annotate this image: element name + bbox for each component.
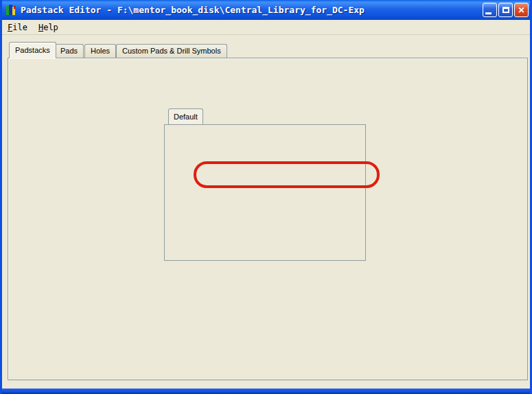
close-icon: ✕ [518,5,524,15]
menu-file[interactable]: File [2,21,33,34]
window-bottom-border [2,389,532,394]
padstack-editor-window: Padstack Editor - F:\mentor_book_disk\Ce… [0,0,532,394]
minimize-button[interactable] [483,3,497,17]
tab-holes[interactable]: Holes [84,44,116,58]
app-icon [5,4,18,16]
close-button[interactable]: ✕ [514,3,529,17]
tab-custom-pads[interactable]: Custom Pads & Drill Symbols [116,44,227,58]
default-tab-page [164,124,366,261]
red-highlight-annotation [194,161,380,188]
tab-pads[interactable]: Pads [54,44,84,58]
tab-padstacks[interactable]: Padstacks [9,42,56,58]
menu-help[interactable]: Help [33,21,64,34]
maximize-icon [502,7,509,13]
window-title: Padstack Editor - F:\mentor_book_disk\Ce… [21,5,365,15]
tab-default[interactable]: Default [168,108,203,124]
maximize-button[interactable] [498,3,513,17]
menu-bar: File Help [2,20,530,35]
minimize-icon [485,12,491,14]
title-bar[interactable]: Padstack Editor - F:\mentor_book_disk\Ce… [2,0,532,20]
